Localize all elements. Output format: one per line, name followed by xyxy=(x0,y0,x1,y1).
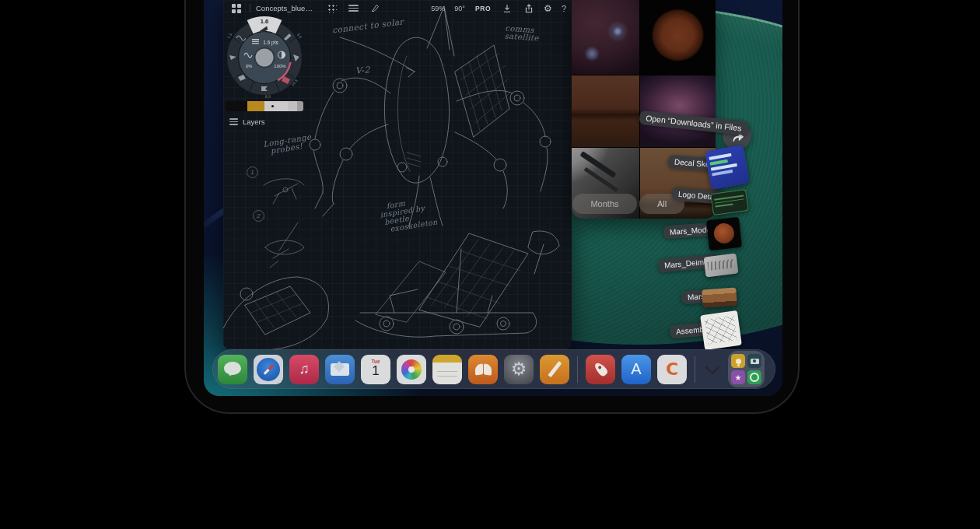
pro-badge[interactable]: PRO xyxy=(475,5,491,12)
swatch-black[interactable] xyxy=(226,101,247,111)
dock-app-music[interactable]: ♫ xyxy=(289,355,319,384)
dock-app-library[interactable]: ★ xyxy=(728,351,765,387)
annotation-marker-1: 1 xyxy=(247,166,258,178)
drag-thumb-decal-sketches[interactable] xyxy=(705,145,750,190)
svg-text:100%: 100% xyxy=(274,64,286,68)
swatch-light-gray[interactable] xyxy=(264,101,288,111)
pen-tools-icon[interactable] xyxy=(369,2,383,15)
dock-divider xyxy=(577,356,578,383)
svg-text:1.6 pts: 1.6 pts xyxy=(263,40,278,46)
import-icon[interactable] xyxy=(500,2,514,15)
settings-gear-icon[interactable]: ⚙ xyxy=(544,4,552,13)
zoom-level[interactable]: 59% xyxy=(431,5,445,12)
mini-app-camera xyxy=(747,354,761,368)
mini-app-clock xyxy=(747,370,761,384)
dock-app-photos[interactable] xyxy=(397,355,426,384)
dock-app-sketch[interactable] xyxy=(540,355,569,384)
photos-dim-overlay xyxy=(572,0,716,219)
photos-flower-icon xyxy=(401,359,422,380)
ipad-screen: connect to solar comms satellite V-2 Lon… xyxy=(204,0,782,396)
dock-collapse-button[interactable] xyxy=(703,355,722,384)
dock-app-notes[interactable] xyxy=(432,355,462,384)
annotation-version: V-2 xyxy=(355,66,371,75)
music-note-icon: ♫ xyxy=(299,361,310,377)
brush-tool-wheel[interactable]: 1.6 1.3 3.5 14.5 8.9 1.6 pts xyxy=(223,11,311,104)
photos-app-window: Months All xyxy=(572,0,716,219)
annotation-marker-2: 2 xyxy=(253,210,264,222)
swatch-gold[interactable] xyxy=(247,101,264,111)
open-book-icon xyxy=(474,364,492,375)
export-share-icon[interactable] xyxy=(522,2,536,15)
dock-app-appstore[interactable]: A xyxy=(621,355,651,384)
dock-app-books[interactable] xyxy=(468,355,498,384)
envelope-icon xyxy=(331,363,349,376)
color-swatch-bar[interactable] xyxy=(226,101,303,111)
drag-thumb-mars[interactable] xyxy=(702,287,737,307)
annotation-comms-satellite: comms satellite xyxy=(504,24,539,42)
chevron-down-icon xyxy=(705,359,720,375)
drag-thumb-mars-model[interactable] xyxy=(706,217,742,250)
dock-app-settings[interactable]: ⚙ xyxy=(504,355,534,384)
pen-icon xyxy=(548,360,562,377)
segment-months[interactable]: Months xyxy=(572,194,637,214)
svg-text:1.6: 1.6 xyxy=(261,18,268,25)
dock-app-concepts[interactable]: C xyxy=(657,355,687,384)
layers-icon xyxy=(229,117,238,127)
canvas-grid-icon[interactable] xyxy=(325,2,339,15)
gear-icon: ⚙ xyxy=(511,359,527,380)
mini-app-tips xyxy=(731,354,745,368)
mini-app-favorites: ★ xyxy=(731,370,745,384)
swatch-dark-gray[interactable] xyxy=(297,101,303,111)
dock-app-rocket[interactable] xyxy=(586,355,615,384)
drag-thumb-mars-deimos[interactable] xyxy=(704,254,739,278)
concepts-c-icon: C xyxy=(666,359,678,379)
rotation-value[interactable]: 90° xyxy=(454,5,465,12)
swatch-selected-dot xyxy=(271,105,274,107)
dock-app-safari[interactable] xyxy=(254,355,283,384)
wheel-center-knob[interactable] xyxy=(255,48,275,68)
svg-text:0%: 0% xyxy=(246,64,253,68)
appstore-a-icon: A xyxy=(631,360,641,378)
svg-text:1.3: 1.3 xyxy=(226,32,233,39)
dock: ♫ Tue 1 ⚙ A C ★ xyxy=(212,349,775,389)
stroke-menu-icon[interactable] xyxy=(347,2,361,15)
rocket-icon xyxy=(593,361,609,377)
dock-app-messages[interactable] xyxy=(218,355,247,384)
concepts-app-window: connect to solar comms satellite V-2 Lon… xyxy=(223,0,572,350)
dock-app-calendar[interactable]: Tue 1 xyxy=(361,355,390,384)
swatch-gray[interactable] xyxy=(288,101,297,111)
svg-text:8.9: 8.9 xyxy=(265,93,271,99)
drag-thumb-assembly[interactable] xyxy=(700,310,742,350)
calendar-day: 1 xyxy=(361,364,390,377)
layers-button[interactable]: Layers xyxy=(229,117,265,127)
dock-app-mail[interactable] xyxy=(325,355,355,384)
help-icon[interactable]: ? xyxy=(562,4,566,13)
svg-text:3.5: 3.5 xyxy=(296,32,303,39)
layers-label: Layers xyxy=(243,117,265,126)
dock-divider xyxy=(695,356,695,383)
